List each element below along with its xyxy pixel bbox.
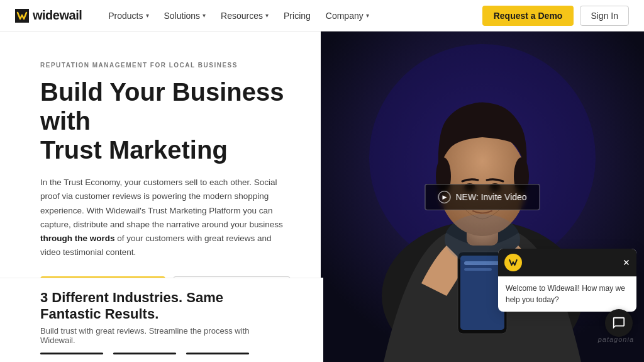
below-fold-teaser: 3 Different Industries. Same Fantastic R…: [0, 278, 323, 362]
chat-welcome-message: Welcome to Widewail! How may we help you…: [506, 283, 629, 305]
chat-logo: [504, 254, 522, 271]
navbar: widewail Products ▾ Solutions ▾ Resource…: [0, 0, 644, 31]
hero-body: In the Trust Economy, your customers sel…: [40, 176, 291, 260]
brand-name: widewail: [33, 8, 82, 23]
fold-divider: [40, 353, 103, 354]
fold-dividers: [40, 353, 283, 354]
chat-brand-icon: [508, 257, 519, 268]
nav-item-products[interactable]: Products ▾: [102, 7, 155, 25]
nav-actions: Request a Demo Sign In: [482, 6, 629, 26]
nav-links: Products ▾ Solutions ▾ Resources ▾ Prici…: [102, 7, 482, 25]
logo[interactable]: widewail: [15, 8, 82, 23]
chat-header: ✕: [498, 249, 636, 276]
hero-image-panel: ▶ NEW: Invite Video patagonia: [321, 31, 644, 362]
chevron-down-icon: ▾: [265, 12, 269, 19]
fold-divider: [186, 353, 249, 354]
nav-item-pricing[interactable]: Pricing: [277, 7, 317, 25]
below-fold-subtitle: Build trust with great reviews. Streamli…: [40, 326, 283, 345]
svg-rect-14: [464, 268, 492, 271]
chat-body: Welcome to Widewail! How may we help you…: [498, 276, 636, 312]
chat-bubble-button[interactable]: [605, 309, 633, 337]
video-badge[interactable]: ▶ NEW: Invite Video: [425, 184, 540, 210]
chevron-down-icon: ▾: [366, 12, 369, 19]
sign-in-button[interactable]: Sign In: [580, 6, 629, 26]
play-icon: ▶: [438, 191, 450, 203]
chat-bubble-icon: [612, 316, 626, 330]
request-demo-button[interactable]: Request a Demo: [482, 6, 574, 26]
hero-background: ▶ NEW: Invite Video patagonia: [321, 31, 644, 362]
nav-item-company[interactable]: Company ▾: [319, 7, 375, 25]
hero-title: Build Your Business with Trust Marketing: [40, 77, 291, 164]
video-badge-label: NEW: Invite Video: [455, 192, 526, 202]
chat-widget: ✕ Welcome to Widewail! How may we help y…: [498, 249, 636, 312]
brand-logo-icon: [15, 9, 29, 23]
fold-divider: [113, 353, 176, 354]
nav-item-solutions[interactable]: Solutions ▾: [158, 7, 213, 25]
below-fold-title: 3 Different Industries. Same Fantastic R…: [40, 290, 283, 322]
hero-eyebrow: Reputation Management for Local Business: [40, 62, 291, 69]
chevron-down-icon: ▾: [146, 12, 149, 19]
chevron-down-icon: ▾: [203, 12, 206, 19]
nav-item-resources[interactable]: Resources ▾: [214, 7, 275, 25]
chat-close-button[interactable]: ✕: [623, 257, 630, 268]
patagonia-watermark: patagonia: [598, 336, 634, 343]
